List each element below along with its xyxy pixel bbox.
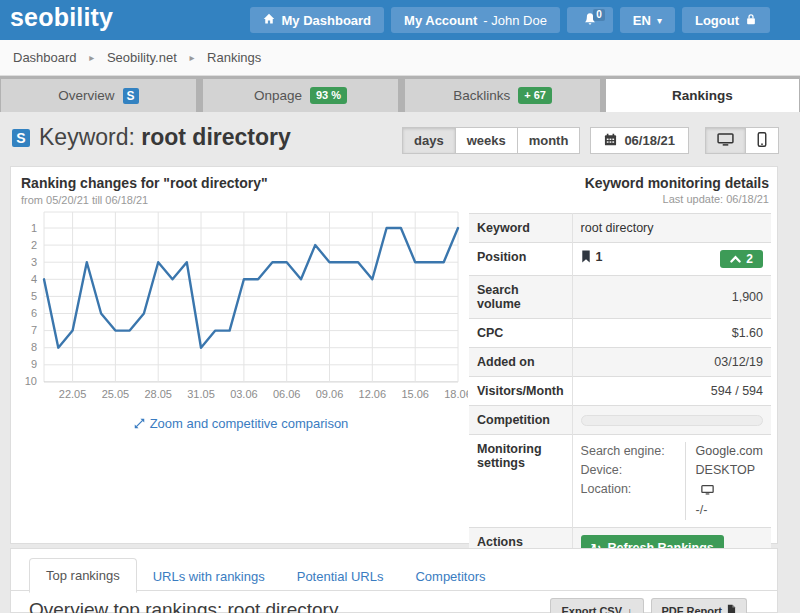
svg-text:1: 1	[31, 222, 37, 234]
svg-text:28.05: 28.05	[144, 388, 172, 400]
seobility-rankings-page: seobility My Dashboard My Account - John…	[0, 0, 800, 613]
position-value: 1	[596, 250, 603, 264]
breadcrumb-dashboard[interactable]: Dashboard	[13, 50, 77, 65]
svg-text:12.06: 12.06	[359, 388, 387, 400]
table-row: CPC $1.60	[469, 319, 771, 348]
rankings-subtabs: Top rankings URLs with rankings Potentia…	[29, 558, 502, 593]
breadcrumb-rankings[interactable]: Rankings	[207, 50, 261, 65]
table-row: Added on 03/12/19	[469, 348, 771, 377]
expand-arrows-icon	[134, 418, 145, 429]
search-volume-value: 1,900	[572, 276, 771, 319]
breadcrumb-project[interactable]: Seobility.net	[107, 50, 177, 65]
svg-text:25.05: 25.05	[102, 388, 130, 400]
range-days-button[interactable]: days	[402, 127, 456, 154]
my-account-button[interactable]: My Account - John Doe	[391, 7, 560, 33]
table-row: Keyword root directory	[469, 214, 771, 243]
added-on-value: 03/12/19	[572, 348, 771, 377]
breadcrumb-separator-icon: ▸	[189, 52, 194, 63]
cpc-value: $1.60	[572, 319, 771, 348]
table-row: Competition	[469, 406, 771, 435]
chart-controls: days weeks month 06/18/21	[402, 127, 779, 154]
device-monitor-icon	[701, 484, 714, 498]
subtab-top-rankings[interactable]: Top rankings	[29, 558, 137, 593]
bookmark-icon	[581, 252, 591, 266]
keyword-detail-panel: Ranking changes for "root directory" fro…	[10, 166, 778, 544]
desktop-device-button[interactable]	[705, 127, 746, 154]
svg-text:6: 6	[31, 307, 37, 319]
svg-text:22.05: 22.05	[59, 388, 87, 400]
my-dashboard-button[interactable]: My Dashboard	[250, 7, 384, 33]
svg-text:8: 8	[31, 341, 37, 353]
onpage-score-badge: 93 %	[310, 87, 347, 104]
table-row: Visitors/Month 594 / 594	[469, 377, 771, 406]
tab-rankings[interactable]: Rankings	[606, 79, 799, 112]
svg-text:31.05: 31.05	[187, 388, 215, 400]
home-icon	[263, 13, 275, 28]
selected-date: 06/18/21	[624, 133, 675, 148]
seobility-s-icon: S	[12, 129, 30, 147]
svg-text:06.06: 06.06	[273, 388, 301, 400]
range-weeks-button[interactable]: weeks	[456, 127, 518, 154]
lock-icon	[745, 13, 757, 28]
ranking-chart[interactable]: 1234567891022.0525.0528.0531.0503.0606.0…	[16, 209, 471, 409]
keyword-name: root directory	[141, 124, 291, 150]
document-icon	[727, 604, 736, 613]
notifications-button[interactable]: 0	[567, 7, 613, 33]
top-navbar: seobility My Dashboard My Account - John…	[0, 0, 800, 40]
date-picker-button[interactable]: 06/18/21	[590, 127, 689, 154]
page-title: S Keyword: root directory	[12, 124, 291, 151]
svg-text:3: 3	[31, 256, 37, 268]
section-tabs: Overview S Onpage 93 % Backlinks + 67 Ra…	[0, 76, 800, 112]
logout-button[interactable]: Logout	[682, 7, 770, 33]
breadcrumb-separator-icon: ▸	[89, 52, 94, 63]
table-row: Position 1 2	[469, 243, 771, 276]
details-heading: Keyword monitoring details	[469, 175, 769, 191]
position-change-badge[interactable]: 2	[720, 250, 763, 268]
export-buttons: Export CSV ↓ PDF Report	[550, 598, 747, 613]
zoom-comparison-link[interactable]: Zoom and competitive comparison	[11, 416, 471, 431]
pdf-report-button[interactable]: PDF Report	[651, 598, 748, 613]
chevron-up-icon	[730, 255, 741, 263]
svg-text:7: 7	[31, 324, 37, 336]
visitors-value: 594 / 594	[572, 377, 771, 406]
device-toggle-group	[705, 127, 779, 154]
svg-text:5: 5	[31, 290, 37, 302]
navbar-buttons: My Dashboard My Account - John Doe 0 EN …	[250, 7, 770, 33]
mobile-icon	[757, 132, 767, 150]
backlinks-count-badge: + 67	[518, 87, 552, 104]
chart-date-range: from 05/20/21 till 06/18/21	[21, 194, 148, 206]
range-toggle-group: days weeks month	[402, 127, 580, 154]
subtab-urls-with-rankings[interactable]: URLs with rankings	[137, 560, 281, 593]
desktop-icon	[717, 133, 734, 149]
export-csv-button[interactable]: Export CSV ↓	[550, 598, 643, 613]
monitoring-setting-values: Google.com DESKTOP -/-	[685, 442, 763, 520]
overview-heading: Overview top rankings: root directory	[29, 599, 338, 613]
subtab-potential-urls[interactable]: Potential URLs	[281, 560, 400, 593]
svg-text:4: 4	[31, 273, 37, 285]
competition-progress-bar	[581, 415, 763, 426]
seobility-s-icon: S	[123, 88, 139, 104]
svg-text:15.06: 15.06	[401, 388, 429, 400]
tab-backlinks[interactable]: Backlinks + 67	[405, 79, 600, 112]
svg-text:9: 9	[31, 358, 37, 370]
svg-text:2: 2	[31, 239, 37, 251]
keyword-value: root directory	[572, 214, 771, 243]
chevron-down-icon: ▾	[657, 15, 662, 26]
range-month-button[interactable]: month	[518, 127, 581, 154]
download-arrow-icon: ↓	[627, 605, 633, 613]
last-update: Last update: 06/18/21	[469, 193, 769, 205]
svg-text:03.06: 03.06	[230, 388, 258, 400]
tab-overview[interactable]: Overview S	[1, 79, 196, 112]
monitoring-setting-labels: Search engine: Device: Location:	[581, 442, 685, 520]
svg-text:09.06: 09.06	[316, 388, 344, 400]
mobile-device-button[interactable]	[746, 127, 779, 154]
language-dropdown[interactable]: EN ▾	[620, 7, 675, 33]
table-row: Search volume 1,900	[469, 276, 771, 319]
subtab-competitors[interactable]: Competitors	[399, 560, 501, 593]
calendar-icon	[604, 133, 617, 149]
table-row: Monitoring settings Search engine: Devic…	[469, 435, 771, 528]
svg-text:10: 10	[25, 375, 37, 387]
seobility-logo[interactable]: seobility	[10, 3, 113, 32]
breadcrumb: Dashboard ▸ Seobility.net ▸ Rankings	[0, 40, 800, 76]
tab-onpage[interactable]: Onpage 93 %	[203, 79, 398, 112]
